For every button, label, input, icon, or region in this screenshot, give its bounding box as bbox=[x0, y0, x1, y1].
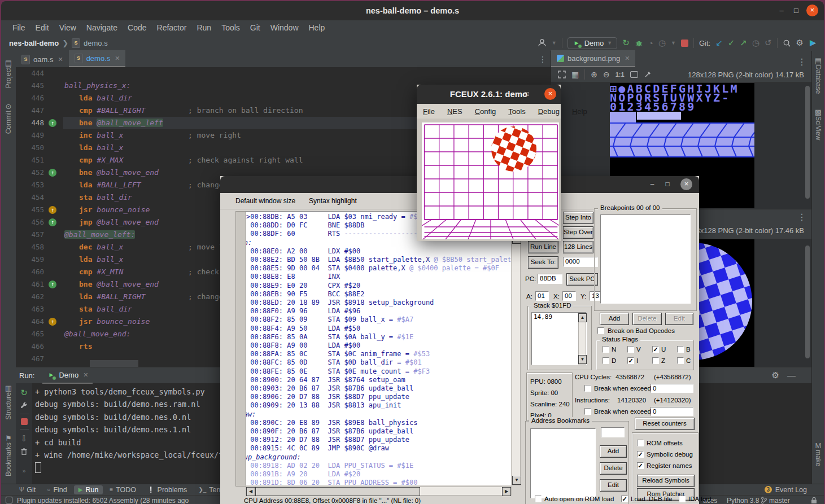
fceux-title-bar[interactable]: FCEUX 2.6.1: demo – □ × bbox=[417, 85, 561, 104]
breakpoint-delete-button[interactable]: Delete bbox=[632, 313, 662, 325]
close-tab-icon[interactable]: ✕ bbox=[625, 55, 630, 62]
stop-icon[interactable] bbox=[21, 418, 28, 425]
sidebar-item-bookmarks[interactable]: ⚑Bookmarks bbox=[5, 434, 12, 478]
disasm-line[interactable]: 00:88F8: A9 00 LDA #$00 bbox=[246, 341, 510, 350]
break-cycles-checkbox[interactable] bbox=[584, 385, 591, 392]
disasm-line[interactable]: 00:891B: A9 20 LDA #$20 bbox=[246, 470, 510, 479]
sidebar-item-commit[interactable]: ⊙Commit bbox=[5, 102, 12, 135]
git-update-icon[interactable]: ↙ bbox=[715, 38, 723, 48]
reload-symbols-button[interactable]: Reload Symbols bbox=[637, 475, 695, 487]
run-config-selector[interactable]: ▶ Demo ▼ bbox=[568, 37, 618, 49]
run-tab-demo[interactable]: ▶ Demo ✕ bbox=[42, 367, 93, 384]
flag-v-checkbox[interactable] bbox=[627, 346, 634, 353]
editor-line[interactable]: 444 bbox=[16, 67, 551, 80]
menu-refactor[interactable]: Refactor bbox=[152, 22, 191, 33]
minimize-icon[interactable]: – bbox=[648, 180, 657, 188]
disasm-line[interactable]: 00:88F0: A9 96 LDA #$96 bbox=[246, 307, 510, 315]
settings-gear-icon[interactable]: ⚙ bbox=[796, 38, 804, 48]
lock-icon[interactable] bbox=[811, 497, 817, 504]
zoom-in-icon[interactable]: ⊕ bbox=[591, 70, 597, 79]
disasm-line[interactable]: 00:8906: 20 D7 88 JSR $88D7 ppu_update bbox=[246, 393, 510, 401]
clear-trash-icon[interactable] bbox=[20, 448, 28, 455]
maximize-icon[interactable]: □ bbox=[522, 90, 531, 98]
frame-icon[interactable] bbox=[630, 71, 638, 78]
maximize-icon[interactable]: □ bbox=[663, 180, 672, 188]
disasm-line[interactable]: 00:88F6: 85 0A STA $0A ball_y = #$1E bbox=[246, 333, 510, 341]
fceux-menu-tools[interactable]: Tools bbox=[502, 107, 531, 116]
close-icon[interactable]: × bbox=[544, 88, 556, 100]
disasm-line[interactable]: 00:8900: 20 64 87 JSR $8764 setup_oam bbox=[246, 376, 510, 384]
flag-d-checkbox[interactable] bbox=[603, 357, 609, 364]
option-checkbox[interactable]: ✓ bbox=[637, 462, 644, 469]
disasm-line[interactable]: 00:88E5: 9D 00 04 STA $0400 palette,X @ … bbox=[246, 264, 510, 273]
debugger-bottom-checkbox[interactable] bbox=[679, 496, 686, 502]
panel-more-icon[interactable]: ⋮ bbox=[797, 56, 812, 67]
run-128-lines-button[interactable]: 128 Lines bbox=[563, 241, 593, 253]
tab-demo-s[interactable]: Sdemo.s✕ bbox=[69, 50, 126, 67]
breakpoint-add-button[interactable]: Add bbox=[600, 313, 629, 325]
sidebar-item-database[interactable]: ▤Database bbox=[814, 56, 822, 95]
stop-icon[interactable] bbox=[681, 40, 688, 47]
debugger-bottom-checkbox[interactable]: ✓ bbox=[621, 496, 628, 502]
disasm-line[interactable]: 00:88FE: 85 0E STA $0E mute_count = #$F3 bbox=[246, 367, 510, 376]
run-more-caret-icon[interactable]: ▼ bbox=[671, 40, 676, 46]
disasm-line[interactable]: 00:8903: 20 B6 87 JSR $87B6 update_ball bbox=[246, 384, 510, 393]
profiler-icon[interactable]: ◔ bbox=[648, 38, 653, 48]
flag-n-checkbox[interactable] bbox=[603, 346, 609, 353]
step-over-button[interactable]: Step Over bbox=[563, 226, 593, 239]
menu-git[interactable]: Git bbox=[246, 22, 265, 33]
sidebar-item-make[interactable]: Mmake bbox=[814, 441, 822, 468]
close-tab-icon[interactable]: ✕ bbox=[58, 56, 63, 63]
disasm-line[interactable]: 00:88E8: E8 INX bbox=[246, 273, 510, 281]
zoom-out-icon[interactable]: ⊖ bbox=[603, 70, 610, 79]
disasm-hscrollbar[interactable]: ◀ ▶ bbox=[246, 487, 512, 496]
breadcrumb-project[interactable]: nes-ball-demo bbox=[9, 39, 59, 47]
close-icon[interactable]: × bbox=[680, 178, 692, 190]
reset-counters-button[interactable]: Reset counters bbox=[635, 418, 695, 430]
disasm-line[interactable]: 00:88FC: 85 0D STA $0D ball_dir = #$01 bbox=[246, 358, 510, 367]
disasm-line[interactable]: 00:88EB: 90 F5 BCC $88E2 bbox=[246, 290, 510, 299]
toolbar-tab-find[interactable]: ○‍Find bbox=[42, 485, 71, 494]
eyedropper-icon[interactable] bbox=[644, 71, 652, 78]
tab-options-icon[interactable]: ⋮ bbox=[539, 55, 547, 64]
run-line-button[interactable]: Run Line bbox=[528, 241, 558, 253]
seek-pc-button[interactable]: Seek PC bbox=[566, 273, 598, 286]
disasm-vscrollbar[interactable]: ▲ ▼ bbox=[512, 211, 521, 485]
menu-default-window-size[interactable]: Default window size bbox=[235, 197, 295, 205]
search-icon[interactable] bbox=[783, 39, 791, 47]
grid-toggle-icon[interactable]: ▦ bbox=[571, 70, 579, 79]
breakpoint-gutter[interactable] bbox=[235, 211, 246, 487]
menu-window[interactable]: Window bbox=[266, 22, 303, 33]
disasm-line[interactable]: 00:8909: 20 13 88 JSR $8813 apu_init bbox=[246, 401, 510, 410]
disasm-line[interactable]: 00:8918: AD 02 20 LDA PPU_STATUS = #$1E bbox=[246, 462, 510, 470]
close-icon[interactable]: × bbox=[806, 5, 818, 16]
menu-code[interactable]: Code bbox=[123, 22, 151, 33]
disasm-line[interactable]: 00:88F2: 85 09 STA $09 ball_x = #$A7 bbox=[246, 315, 510, 324]
seek-to-button[interactable]: Seek To: bbox=[528, 256, 558, 269]
nav-label-icon[interactable]: ↑ bbox=[49, 169, 56, 177]
bookmark-edit-button[interactable]: Edit bbox=[600, 479, 627, 492]
nav-sub-icon[interactable]: ↑ bbox=[49, 206, 56, 214]
disasm-line[interactable]: 00:891D: 8D 06 20 STA PPU_ADDRESS = #$00 bbox=[246, 479, 510, 485]
debugger-bottom-checkbox[interactable] bbox=[535, 496, 542, 502]
git-push-icon[interactable]: ↗ bbox=[740, 38, 747, 48]
disasm-line[interactable]: 00:8915: 4C 0C 89 JMP $890C @draw bbox=[246, 444, 510, 453]
break-bad-opcodes-checkbox[interactable] bbox=[597, 327, 604, 334]
panel-settings-gear-icon[interactable]: ⚙ bbox=[772, 370, 779, 380]
fceux-game-screen[interactable] bbox=[417, 119, 561, 241]
disasm-line[interactable]: 00:88ED: 20 18 89 JSR $8918 setup_backgr… bbox=[246, 299, 510, 307]
scrollbar[interactable] bbox=[805, 86, 810, 199]
breakpoint-edit-button[interactable]: Edit bbox=[665, 313, 693, 325]
fceux-menu-debug[interactable]: Debug bbox=[532, 107, 566, 116]
fceux-menu-config[interactable]: Config bbox=[469, 107, 503, 116]
disasm-line[interactable]: 00:88E2: BD 50 8B LDA $8B50 start_palett… bbox=[246, 256, 510, 264]
toolbar-tab-problems[interactable]: ❕Problems bbox=[143, 485, 191, 494]
seek-address-field[interactable]: 0000 bbox=[563, 257, 598, 267]
break-cycles-field[interactable]: 0 bbox=[651, 384, 693, 393]
break-instructions-checkbox[interactable] bbox=[584, 408, 591, 415]
expand-icons-icon[interactable]: » bbox=[22, 467, 25, 474]
nav-sub-icon[interactable]: ↑ bbox=[49, 318, 56, 326]
wrench-icon[interactable] bbox=[20, 402, 28, 410]
git-branch-name[interactable]: master bbox=[769, 497, 790, 504]
tab-oam-s[interactable]: Soam.s✕ bbox=[16, 51, 69, 67]
